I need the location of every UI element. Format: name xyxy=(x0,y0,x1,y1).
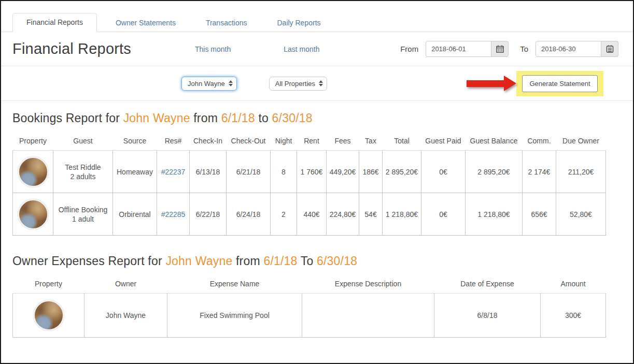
column-header: Property xyxy=(13,133,53,151)
guest-paid-cell: 0€ xyxy=(421,193,466,236)
up-down-arrows-icon xyxy=(319,80,323,86)
heading-owner: John Wayne xyxy=(165,254,232,268)
heading-from-word: from xyxy=(236,254,260,268)
guest-balance-cell: 1 218,80€ xyxy=(466,193,523,236)
tax-cell: 54€ xyxy=(359,193,383,236)
generate-statement-button[interactable]: Generate Statement xyxy=(522,75,597,92)
heading-to-word: To xyxy=(301,254,314,268)
calendar-grid-icon xyxy=(496,45,504,53)
amount-cell: 300€ xyxy=(541,294,606,338)
heading-start-date: 6/1/18 xyxy=(221,111,255,125)
guest-name: Test Riddle xyxy=(55,163,110,171)
comm-cell: 656€ xyxy=(523,193,556,236)
property-avatar[interactable] xyxy=(18,157,48,187)
bookings-report-heading: Bookings Report for John Wayne from 6/1/… xyxy=(12,111,633,125)
fees-cell: 449,20€ xyxy=(327,151,359,193)
from-date-input[interactable] xyxy=(426,41,491,57)
highlight-box: Generate Statement xyxy=(516,71,603,96)
heading-start-date: 6/1/18 xyxy=(263,254,297,268)
this-month-link[interactable]: This month xyxy=(195,45,231,53)
column-header: Source xyxy=(113,133,157,151)
column-header: Property xyxy=(13,275,84,294)
property-avatar[interactable] xyxy=(34,300,64,330)
comm-cell: 2 174€ xyxy=(523,151,556,193)
property-cell xyxy=(13,193,53,236)
expenses-report-heading: Owner Expenses Report for John Wayne fro… xyxy=(12,254,633,268)
tab-financial-reports[interactable]: Financial Reports xyxy=(12,13,97,32)
page-header: Financial Reports This month Last month … xyxy=(1,32,633,66)
column-header: Check-In xyxy=(190,133,227,151)
property-select-value: All Properties xyxy=(275,80,315,88)
column-header: Amount xyxy=(541,275,606,294)
guest-detail: 2 adults xyxy=(55,172,110,181)
res-cell: #22237 xyxy=(157,151,190,193)
reservation-link[interactable]: #22237 xyxy=(161,168,186,176)
filter-row: John Wayne All Properties Generate State… xyxy=(1,66,633,101)
red-arrow-right-icon xyxy=(467,76,516,91)
date-of-expense-cell: 6/8/18 xyxy=(434,294,541,338)
to-label: To xyxy=(520,45,528,53)
rent-cell: 1 760€ xyxy=(297,151,327,193)
column-header: Owner xyxy=(84,275,167,294)
guest-balance-cell: 2 895,20€ xyxy=(466,151,523,193)
property-select[interactable]: All Properties xyxy=(269,77,327,91)
column-header: Check-Out xyxy=(227,133,271,151)
column-header: Guest Balance xyxy=(466,133,523,151)
column-header: Comm. xyxy=(523,133,556,151)
date-range-controls: From To xyxy=(400,41,618,57)
tab-daily-reports[interactable]: Daily Reports xyxy=(266,14,332,32)
column-header: Guest xyxy=(53,133,113,151)
to-calendar-button[interactable] xyxy=(601,41,618,57)
owner-cell: John Wayne xyxy=(84,294,167,338)
checkin-cell: 6/13/18 xyxy=(190,151,227,193)
property-cell xyxy=(13,294,84,338)
expense-description-cell xyxy=(302,294,434,338)
due-owner-cell: 52,80€ xyxy=(556,193,606,236)
tab-bar: Financial Reports Owner Statements Trans… xyxy=(1,13,633,32)
tab-owner-statements[interactable]: Owner Statements xyxy=(104,14,187,32)
app-window: Financial Reports Owner Statements Trans… xyxy=(0,0,634,364)
table-row: Test Riddle 2 adults Homeaway #22237 6/1… xyxy=(13,151,606,193)
expenses-table: Property Owner Expense Name Expense Desc… xyxy=(12,275,606,338)
bookings-table: Property Guest Source Res# Check-In Chec… xyxy=(12,133,606,236)
table-row: Offline Booking 1 adult Orbirental #2228… xyxy=(13,193,606,236)
last-month-link[interactable]: Last month xyxy=(284,45,319,53)
checkout-cell: 6/24/18 xyxy=(227,193,271,236)
table-row: John Wayne Fixed Swimming Pool 6/8/18 30… xyxy=(13,294,606,338)
column-header: Guest Paid xyxy=(421,133,466,151)
column-header: Expense Name xyxy=(167,275,302,294)
total-cell: 1 218,80€ xyxy=(383,193,421,236)
source-cell: Homeaway xyxy=(113,151,157,193)
page-title: Financial Reports xyxy=(12,40,184,57)
checkin-cell: 6/22/18 xyxy=(190,193,227,236)
from-calendar-button[interactable] xyxy=(491,41,509,57)
reservation-link[interactable]: #22285 xyxy=(161,210,186,219)
column-header: Rent xyxy=(297,133,327,151)
expenses-header-row: Property Owner Expense Name Expense Desc… xyxy=(13,275,606,294)
column-header: Due Owner xyxy=(556,133,606,151)
rent-cell: 440€ xyxy=(297,193,327,236)
heading-prefix: Owner Expenses Report for xyxy=(12,254,162,268)
property-avatar[interactable] xyxy=(18,199,48,229)
to-date-group xyxy=(536,41,618,57)
heading-end-date: 6/30/18 xyxy=(317,254,357,268)
heading-end-date: 6/30/18 xyxy=(272,111,313,125)
res-cell: #22285 xyxy=(157,193,190,236)
column-header: Fees xyxy=(327,133,359,151)
column-header: Tax xyxy=(359,133,383,151)
column-header: Res# xyxy=(157,133,190,151)
checkout-cell: 6/21/18 xyxy=(227,151,271,193)
owner-select-value: John Wayne xyxy=(188,80,225,88)
source-cell: Orbirental xyxy=(113,193,157,236)
total-cell: 2 895,20€ xyxy=(383,151,421,193)
owner-select[interactable]: John Wayne xyxy=(181,77,237,91)
night-cell: 8 xyxy=(271,151,297,193)
tab-transactions[interactable]: Transactions xyxy=(194,14,259,32)
column-header: Night xyxy=(271,133,297,151)
expense-name-cell: Fixed Swimming Pool xyxy=(167,294,302,338)
up-down-arrows-icon xyxy=(229,80,233,86)
generate-statement-annotation: Generate Statement xyxy=(467,71,603,96)
calendar-lines-icon xyxy=(606,45,614,53)
property-cell xyxy=(13,151,53,193)
to-date-input[interactable] xyxy=(536,41,601,57)
